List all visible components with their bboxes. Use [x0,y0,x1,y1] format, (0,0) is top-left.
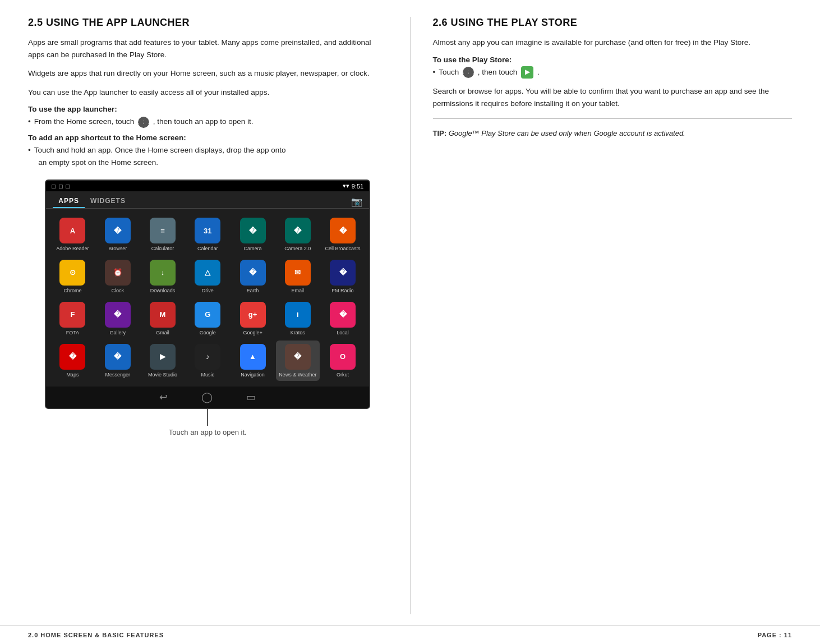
app-label: Kratos [291,330,305,336]
app-item[interactable]: AAdobe Reader [50,214,94,255]
app-item[interactable]: �Camera 2.0 [276,214,320,255]
arrow-line-container [45,409,370,426]
app-item[interactable]: ▶Movie Studio [141,341,185,381]
app-item[interactable]: �Gallery [96,298,140,339]
status-icon-m: □ [59,183,63,190]
left-column: 2.5 Using the App Launcher Apps are smal… [28,17,411,614]
tab-apps[interactable]: APPS [53,195,85,208]
app-item[interactable]: ⊙Chrome [50,256,94,297]
bullet-dot-1: • [28,116,31,128]
app-item[interactable]: �News & Weather [276,341,320,381]
bullet-text-2: Touch and hold an app. Once the Home scr… [34,144,286,168]
bullet-add-shortcut: • Touch and hold an app. Once the Home s… [28,144,388,168]
app-icon: O [330,344,356,370]
app-icon: � [285,218,311,243]
app-item[interactable]: g+Google+ [231,298,274,339]
app-label: Cell Broadcasts [325,246,361,252]
app-label: Adobe Reader [56,246,89,252]
apps-grid: AAdobe Reader�Browser=Calculator31Calend… [46,209,369,387]
tablet-status-bar: □ □ □ ▾▾ 9:51 [46,181,369,191]
app-label: Camera [244,246,262,252]
status-icon-e: □ [66,183,70,190]
app-item[interactable]: �Local [321,298,365,339]
heading-add-shortcut: To add an app shortcut to the Home scree… [28,134,388,142]
app-item[interactable]: △Drive [186,256,229,297]
app-icon: g+ [240,302,266,328]
app-item[interactable]: OOrkut [321,341,365,381]
app-icon: A [59,218,85,243]
app-item[interactable]: FFOTA [50,298,94,339]
app-item[interactable]: �Cell Broadcasts [321,214,365,255]
right-para2: Search or browse for apps. You will be a… [433,85,793,109]
app-label: Music [201,372,214,378]
app-label: Clock [111,288,124,294]
app-icon: ⊙ [59,260,85,286]
right-column: 2.6 Using the Play Store Almost any app … [411,17,793,614]
app-icon: ↓ [150,260,176,286]
status-time: 9:51 [352,183,363,190]
app-label: FOTA [66,330,79,336]
app-item[interactable]: ↓Downloads [141,256,185,297]
app-label: Drive [202,288,214,294]
app-icon: ▶ [150,344,176,370]
app-icon: � [105,218,131,243]
camera-icon: 📷 [351,196,362,207]
app-label: FM Radio [332,288,354,294]
app-icon: ⏰ [105,260,131,286]
app-item[interactable]: ▲Navigation [231,341,274,381]
app-icon: = [150,218,176,243]
app-item[interactable]: GGoogle [186,298,229,339]
app-label: Email [292,288,305,294]
app-item[interactable]: ♪Music [186,341,229,381]
tip-content: Google™ Play Store can be used only when… [449,129,685,137]
back-button[interactable]: ↩ [159,391,168,403]
status-icon-c: □ [52,183,56,190]
section-26-title: 2.6 Using the Play Store [433,17,793,29]
status-bar-right: ▾▾ 9:51 [343,182,363,190]
tablet-screenshot-container: □ □ □ ▾▾ 9:51 APPS WIDGETS [28,180,388,436]
app-icon: � [105,344,131,370]
app-item[interactable]: �Camera [231,214,274,255]
app-icon: � [240,260,266,286]
tablet-tab-bar: APPS WIDGETS 📷 [46,191,369,209]
app-item[interactable]: iKratos [276,298,320,339]
app-label: Local [337,330,349,336]
app-label: Camera 2.0 [284,246,311,252]
app-item[interactable]: �Maps [50,341,94,381]
app-label: Browser [108,246,127,252]
app-icon: � [105,302,131,328]
tablet-bottom-bar: ↩ ◯ ▭ [46,387,369,408]
main-content: 2.5 Using the App Launcher Apps are smal… [0,0,820,625]
app-item[interactable]: ⏰Clock [96,256,140,297]
app-item[interactable]: MGmail [141,298,185,339]
app-label: Gmail [156,330,169,336]
app-item[interactable]: �Messenger [96,341,140,381]
app-item[interactable]: 31Calendar [186,214,229,255]
app-item[interactable]: �Browser [96,214,140,255]
app-icon: � [330,260,356,286]
app-item[interactable]: =Calculator [141,214,185,255]
app-icon: 31 [195,218,220,243]
app-label: Earth [247,288,259,294]
app-icon: � [285,344,311,370]
app-item[interactable]: �FM Radio [321,256,365,297]
app-icon: F [59,302,85,328]
app-item[interactable]: ✉Email [276,256,320,297]
tab-widgets[interactable]: WIDGETS [85,195,131,208]
right-bullet-text: Touch , then touch ▶ . [439,66,539,79]
para1: Apps are small programs that add feature… [28,36,388,61]
home-button[interactable]: ◯ [201,391,213,403]
app-icon: ✉ [285,260,311,286]
app-label: Google [200,330,216,336]
right-heading1: To use the Play Store: [433,56,793,64]
app-icon: � [240,218,266,243]
screenshot-caption: Touch an app to open it. [169,428,247,436]
app-label: News & Weather [279,372,316,378]
footer: 2.0 Home Screen & Basic Features PAGE : … [0,625,820,644]
bullet-text-1: From the Home screen, touch , then touch… [34,116,254,128]
app-item[interactable]: �Earth [231,256,274,297]
app-label: Gallery [109,330,126,336]
app-label: Chrome [63,288,81,294]
app-label: Navigation [241,372,265,378]
recents-button[interactable]: ▭ [246,391,256,403]
